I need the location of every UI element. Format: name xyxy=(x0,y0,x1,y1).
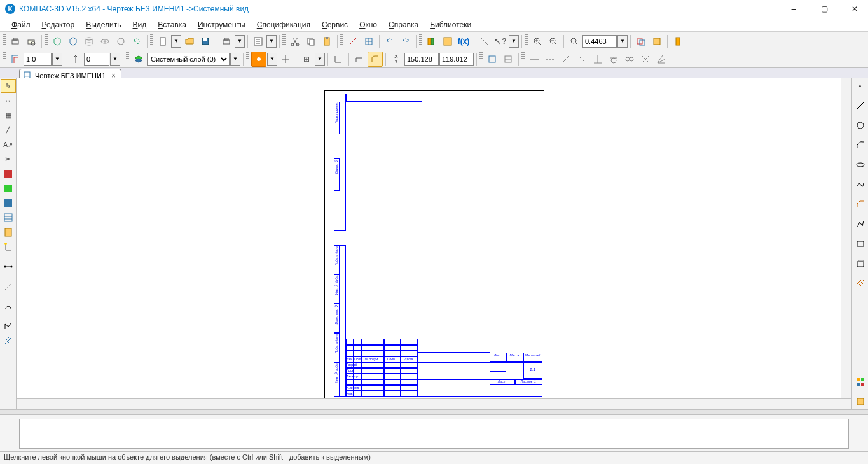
menu-service[interactable]: Сервис xyxy=(317,19,353,31)
menu-tools[interactable]: Инструменты xyxy=(193,19,251,31)
undo-button[interactable] xyxy=(382,34,397,49)
xy-button[interactable]: XY xyxy=(389,52,404,67)
rect-icon[interactable] xyxy=(853,237,868,251)
report-tool[interactable] xyxy=(1,225,16,239)
point-tool[interactable]: ✎ xyxy=(1,79,16,93)
variables-button[interactable] xyxy=(440,34,455,49)
menu-editor[interactable]: Редактор xyxy=(37,19,80,31)
grid-button[interactable]: ⊞ xyxy=(299,52,314,67)
lock-scale-button[interactable] xyxy=(8,52,23,67)
help-pointer-button[interactable]: ⭦? xyxy=(493,34,508,49)
grip[interactable] xyxy=(479,52,483,66)
insert-tool[interactable] xyxy=(1,240,16,254)
layer-icon-button[interactable] xyxy=(131,52,146,67)
expand-icon[interactable] xyxy=(853,395,868,409)
paste-button[interactable] xyxy=(319,34,334,49)
sphere-button[interactable] xyxy=(113,34,128,49)
menu-insert[interactable]: Вставка xyxy=(153,19,191,31)
properties-button[interactable] xyxy=(251,34,266,49)
print-dropdown[interactable]: ▼ xyxy=(235,35,245,48)
command-input[interactable] xyxy=(19,419,849,449)
menu-view[interactable]: Вид xyxy=(128,19,152,31)
line-style2-button[interactable] xyxy=(542,52,558,67)
arc-tool[interactable] xyxy=(1,299,16,313)
arc-icon[interactable] xyxy=(853,138,868,152)
box3d2-button[interactable] xyxy=(65,34,81,49)
zoom-area-button[interactable] xyxy=(567,34,582,49)
tangent3-button[interactable] xyxy=(638,52,653,67)
more-tools-icon[interactable] xyxy=(853,375,868,389)
ortho-button[interactable] xyxy=(352,52,367,67)
edit-tool[interactable]: ✂ xyxy=(1,152,16,166)
grip[interactable] xyxy=(340,34,343,48)
layer-select[interactable]: Системный слой (0) xyxy=(147,53,230,66)
dimension-tool[interactable]: ↔ xyxy=(1,94,16,108)
axis-button[interactable] xyxy=(278,52,293,67)
scrollbar-vertical[interactable] xyxy=(841,78,851,398)
copy-button[interactable] xyxy=(303,34,319,49)
coord-x-input[interactable] xyxy=(404,53,439,66)
grip[interactable] xyxy=(3,52,6,66)
snap-toggle-button[interactable] xyxy=(251,52,266,67)
grip[interactable] xyxy=(525,34,528,48)
zoom-out-button[interactable] xyxy=(546,34,561,49)
grip[interactable] xyxy=(45,34,48,48)
hatch-tool[interactable]: ▦ xyxy=(1,108,16,122)
menu-help[interactable]: Справка xyxy=(383,19,424,31)
fx-button[interactable]: f(x) xyxy=(456,34,471,49)
menu-spec[interactable]: Спецификация xyxy=(252,19,315,31)
tangent-button[interactable] xyxy=(606,52,621,67)
ellipse-icon[interactable] xyxy=(853,158,868,172)
grip[interactable] xyxy=(282,34,286,48)
line-style3-button[interactable] xyxy=(558,52,574,67)
help-dropdown[interactable]: ▼ xyxy=(509,35,519,48)
grid-dropdown[interactable]: ▼ xyxy=(315,53,325,66)
zoom-prev-button[interactable] xyxy=(633,34,649,49)
menu-libs[interactable]: Библиотеки xyxy=(425,19,476,31)
zoom-in-button[interactable] xyxy=(530,34,545,49)
print-preview-button[interactable] xyxy=(24,34,39,49)
circle-icon[interactable] xyxy=(853,118,868,132)
box3d-button[interactable] xyxy=(50,34,65,49)
cut-button[interactable] xyxy=(287,34,303,49)
coord-y-input[interactable] xyxy=(439,53,474,66)
aux-line-tool[interactable] xyxy=(1,279,16,293)
select-tool2[interactable] xyxy=(1,196,16,210)
polyline-icon[interactable] xyxy=(853,217,868,231)
view-button[interactable] xyxy=(485,52,500,67)
hatch-fill-tool[interactable] xyxy=(1,334,16,348)
grip[interactable] xyxy=(3,34,6,48)
print-button[interactable] xyxy=(8,34,23,49)
library-button[interactable] xyxy=(424,34,439,49)
line-tool[interactable] xyxy=(1,260,16,274)
cylinder-button[interactable] xyxy=(81,34,97,49)
new-button[interactable] xyxy=(155,34,170,49)
grip[interactable] xyxy=(246,52,249,66)
param-tool[interactable] xyxy=(1,167,16,181)
brush-button[interactable] xyxy=(345,34,361,49)
minimize-button[interactable]: ‒ xyxy=(785,2,802,16)
zoom-all-button[interactable] xyxy=(649,34,665,49)
point-icon[interactable]: • xyxy=(853,79,868,93)
scale-dropdown[interactable]: ▼ xyxy=(52,53,62,66)
menu-select[interactable]: Выделить xyxy=(81,19,126,31)
grid-toggle-button[interactable] xyxy=(361,34,376,49)
print2-button[interactable] xyxy=(219,34,234,49)
close-button[interactable]: ✕ xyxy=(846,2,863,16)
open-button[interactable] xyxy=(182,34,197,49)
line-style1-button[interactable] xyxy=(527,52,542,67)
step-lock-button[interactable] xyxy=(68,52,83,67)
menu-file[interactable]: Файл xyxy=(6,19,36,31)
scrollbar-horizontal[interactable] xyxy=(17,398,851,409)
measure-tool[interactable] xyxy=(1,181,16,195)
contour-icon[interactable] xyxy=(853,257,868,271)
step-input[interactable] xyxy=(84,53,109,66)
measure-button[interactable] xyxy=(477,34,492,49)
save-button[interactable] xyxy=(198,34,213,49)
zoom-input[interactable] xyxy=(582,35,617,48)
properties-dropdown[interactable]: ▼ xyxy=(266,35,277,48)
aux-tool[interactable]: ╱ xyxy=(1,123,16,137)
grip[interactable] xyxy=(521,52,525,66)
pan-button[interactable] xyxy=(670,34,685,49)
hatch2-icon[interactable] xyxy=(853,276,868,290)
